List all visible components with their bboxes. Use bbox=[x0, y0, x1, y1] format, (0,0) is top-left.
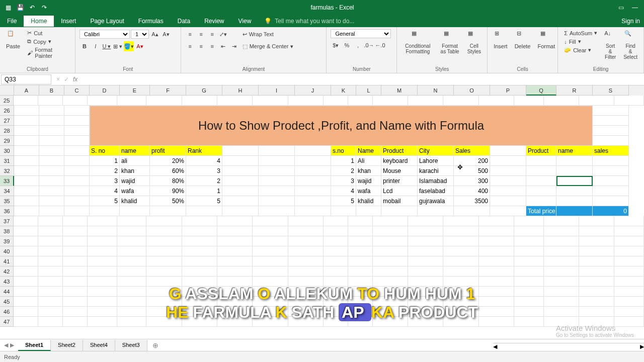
fill-button[interactable]: ↓Fill ▾ bbox=[562, 38, 599, 45]
cell[interactable] bbox=[348, 216, 373, 226]
sheet-tab-Sheet3[interactable]: Sheet3 bbox=[115, 340, 147, 351]
conditional-formatting-button[interactable]: ▦Conditional Formatting bbox=[401, 29, 434, 55]
cell[interactable] bbox=[217, 96, 253, 106]
sheet-tab-Sheet2[interactable]: Sheet2 bbox=[51, 340, 83, 351]
fx-icon[interactable]: fx bbox=[73, 76, 77, 83]
col-header-C[interactable]: C bbox=[64, 85, 90, 96]
data-cell[interactable]: 80% bbox=[150, 176, 186, 186]
cell[interactable] bbox=[324, 246, 348, 256]
row-header-29[interactable]: 29 bbox=[0, 136, 14, 146]
cell[interactable] bbox=[288, 96, 324, 106]
cell[interactable] bbox=[443, 236, 478, 246]
data-cell[interactable]: 4 bbox=[186, 156, 222, 166]
cell[interactable] bbox=[259, 206, 295, 216]
align-middle-icon[interactable]: ≡ bbox=[196, 29, 206, 39]
horizontal-scroll-right-icon[interactable]: ▶ bbox=[640, 343, 644, 350]
cell[interactable] bbox=[14, 96, 38, 106]
cell[interactable] bbox=[38, 266, 63, 277]
col-header-K[interactable]: K bbox=[331, 85, 356, 96]
cell[interactable] bbox=[408, 216, 443, 226]
col-header-L[interactable]: L bbox=[356, 85, 381, 96]
cell[interactable] bbox=[39, 126, 64, 136]
cell[interactable] bbox=[324, 256, 348, 266]
cell[interactable] bbox=[14, 216, 38, 226]
row-header-36[interactable]: 36 bbox=[0, 206, 14, 216]
bold-button[interactable]: B bbox=[79, 41, 90, 51]
cell[interactable] bbox=[544, 256, 579, 266]
cell[interactable] bbox=[88, 246, 117, 256]
minimize-icon[interactable]: — bbox=[632, 4, 638, 11]
cell[interactable] bbox=[253, 246, 288, 256]
tab-file[interactable]: File bbox=[0, 16, 24, 27]
data-cell[interactable] bbox=[39, 176, 64, 186]
cell[interactable] bbox=[614, 96, 644, 106]
header-cell[interactable]: Rank bbox=[186, 146, 222, 156]
align-bottom-icon[interactable]: ≡ bbox=[207, 29, 217, 39]
cell[interactable] bbox=[217, 246, 253, 256]
cell[interactable] bbox=[324, 266, 348, 277]
data-cell[interactable] bbox=[526, 156, 556, 166]
data-cell[interactable] bbox=[526, 166, 556, 176]
col-header-Q[interactable]: Q bbox=[526, 85, 556, 96]
cell[interactable] bbox=[88, 266, 117, 277]
cell[interactable] bbox=[222, 206, 259, 216]
data-cell[interactable] bbox=[39, 186, 64, 196]
cell[interactable] bbox=[64, 136, 90, 146]
cell[interactable] bbox=[90, 206, 120, 216]
sort-filter-button[interactable]: A↓Sort & Filter bbox=[602, 29, 618, 61]
header-cell[interactable]: sales bbox=[593, 146, 629, 156]
cell[interactable] bbox=[479, 216, 514, 226]
data-cell[interactable] bbox=[64, 156, 90, 166]
cell[interactable] bbox=[348, 266, 373, 277]
data-cell[interactable] bbox=[490, 186, 526, 196]
cell[interactable] bbox=[408, 236, 443, 246]
header-cell[interactable]: s.no bbox=[331, 146, 356, 156]
cell[interactable] bbox=[579, 226, 614, 236]
col-header-P[interactable]: P bbox=[490, 85, 526, 96]
cell[interactable] bbox=[182, 226, 217, 236]
cut-button[interactable]: ✂Cut bbox=[25, 29, 71, 37]
cell[interactable] bbox=[479, 236, 514, 246]
cell[interactable] bbox=[39, 136, 64, 146]
col-header-G[interactable]: G bbox=[186, 85, 222, 96]
header-cell[interactable]: Sales bbox=[454, 146, 490, 156]
row-header-27[interactable]: 27 bbox=[0, 116, 14, 126]
data-cell[interactable] bbox=[14, 196, 39, 206]
col-header-M[interactable]: M bbox=[381, 85, 418, 96]
data-cell[interactable]: 2 bbox=[90, 166, 120, 176]
autosum-button[interactable]: ΣAutoSum ▾ bbox=[562, 29, 599, 37]
cell[interactable] bbox=[39, 206, 64, 216]
cell[interactable] bbox=[146, 96, 182, 106]
sheet-nav-prev-icon[interactable]: ◀ bbox=[4, 342, 8, 348]
data-cell[interactable]: 1 bbox=[90, 156, 120, 166]
header-cell[interactable] bbox=[39, 146, 64, 156]
underline-button[interactable]: U ▾ bbox=[102, 41, 112, 51]
data-cell[interactable]: 60% bbox=[150, 166, 186, 176]
cell[interactable] bbox=[182, 266, 217, 277]
cell[interactable] bbox=[324, 96, 348, 106]
decrease-decimal-icon[interactable]: ←.0 bbox=[375, 40, 385, 50]
cell[interactable] bbox=[479, 246, 514, 256]
cell[interactable] bbox=[14, 116, 39, 126]
cell[interactable] bbox=[288, 226, 324, 236]
format-painter-button[interactable]: 🖌Format Painter bbox=[25, 46, 71, 59]
header-cell[interactable]: Product bbox=[526, 146, 556, 156]
cell[interactable] bbox=[88, 226, 117, 236]
currency-icon[interactable]: $▾ bbox=[331, 40, 341, 50]
cell[interactable] bbox=[38, 246, 63, 256]
cell[interactable] bbox=[14, 106, 39, 116]
cell[interactable] bbox=[117, 236, 147, 246]
cell[interactable] bbox=[117, 266, 147, 277]
row-header-39[interactable]: 39 bbox=[0, 236, 14, 246]
data-cell[interactable] bbox=[593, 186, 629, 196]
decrease-indent-icon[interactable]: ⇤ bbox=[218, 41, 228, 51]
data-cell[interactable]: wajid bbox=[356, 176, 381, 186]
data-cell[interactable]: keyboard bbox=[381, 156, 418, 166]
data-cell[interactable] bbox=[259, 166, 295, 176]
cell[interactable] bbox=[614, 236, 644, 246]
col-header-J[interactable]: J bbox=[295, 85, 331, 96]
cell[interactable] bbox=[146, 246, 182, 256]
data-cell[interactable]: 5 bbox=[331, 196, 356, 206]
cell[interactable] bbox=[38, 216, 63, 226]
cell[interactable] bbox=[63, 256, 88, 266]
